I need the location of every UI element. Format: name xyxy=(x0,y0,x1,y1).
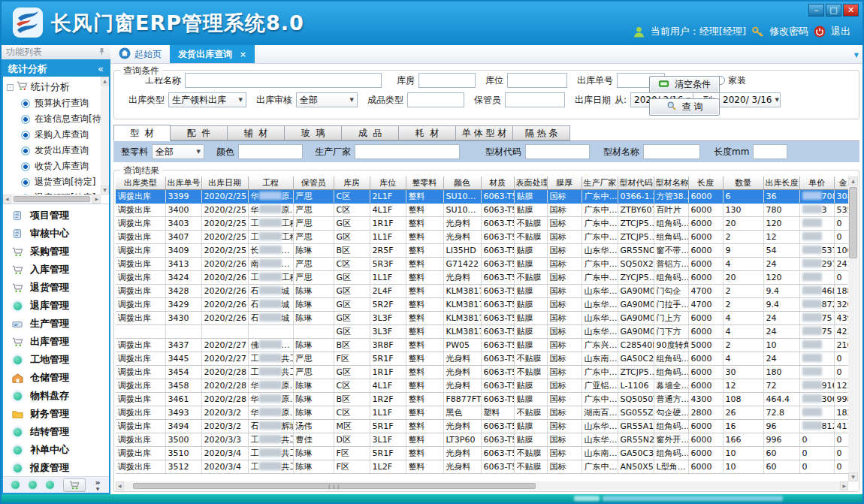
clear-conditions-button[interactable]: 清空条件 xyxy=(649,76,720,93)
column-header[interactable]: 出库长度 xyxy=(763,177,799,189)
tree-expander-icon[interactable]: - xyxy=(7,84,14,91)
material-tab[interactable]: 耗 材 xyxy=(399,125,456,140)
warehouse-input[interactable] xyxy=(418,73,476,88)
material-tab[interactable]: 型 材 xyxy=(113,125,171,141)
sidebar-item[interactable]: 财务管理 xyxy=(3,405,109,423)
material-tab[interactable]: 辅 材 xyxy=(228,125,285,140)
product-type-input[interactable] xyxy=(407,92,464,107)
circle-icon[interactable] xyxy=(46,481,54,489)
manufacturer-input[interactable] xyxy=(355,144,460,159)
keeper-input[interactable] xyxy=(505,92,565,107)
grid-horizontal-scrollbar[interactable]: ◀❙❙❙▶ xyxy=(116,481,848,490)
circle-icon[interactable] xyxy=(11,481,20,489)
material-tab[interactable]: 配 件 xyxy=(171,125,228,140)
cart-button[interactable] xyxy=(63,478,86,492)
table-row[interactable]: 调拨出库34942020/3/2石辉城汤伟M区5R1F整料光身料6063-T5贴… xyxy=(116,419,848,433)
material-tab[interactable]: 隔 热 条 xyxy=(513,125,570,140)
circle-icon[interactable] xyxy=(29,481,37,489)
table-row[interactable]: 调拨出库34612020/2/28华原…陈琳B区1R2F整料F8877FT606… xyxy=(116,392,848,406)
material-tab[interactable]: 成 品 xyxy=(342,125,399,140)
table-row[interactable]: 调拨出库34292020/2/26石城陈琳G区5R2F整料KLM38176063… xyxy=(116,297,848,311)
location-input[interactable] xyxy=(507,73,567,88)
search-button[interactable]: 查 询 xyxy=(649,98,720,116)
column-header[interactable]: 金 xyxy=(834,177,848,189)
length-input[interactable] xyxy=(753,144,787,159)
pin-icon[interactable] xyxy=(98,47,106,58)
table-row[interactable]: 调拨出库34302020/2/26石城陈琳G区3L3F整料KLM38176063… xyxy=(116,311,848,324)
collapse-icon[interactable]: « xyxy=(98,63,104,74)
column-header[interactable]: 出库单号 xyxy=(165,177,201,189)
column-header[interactable]: 保管员 xyxy=(293,177,334,189)
project-name-input[interactable] xyxy=(185,73,382,88)
table-row[interactable]: 调拨出库35122020/3/4工共工程陈琳F区1L2F整料光身料6063-T5… xyxy=(116,460,848,473)
table-row[interactable]: 调拨出库34542020/2/28工共工程严思G区1R1F整料光身料6063-T… xyxy=(116,365,848,379)
sidebar-item[interactable]: 仓储管理 xyxy=(3,369,109,387)
table-row[interactable]: G区3L3F整料KLM38176063-T5贴膜国标山东华…GA90M09…门下… xyxy=(116,324,848,338)
color-input[interactable] xyxy=(238,144,303,159)
column-header[interactable]: 生产厂家 xyxy=(582,177,618,189)
maximize-button[interactable]: □ xyxy=(826,4,841,17)
table-row[interactable]: 调拨出库34132020/2/26南…严思C区5R3F整料G714226063-… xyxy=(116,257,848,270)
tree-item[interactable]: 收货入库查询 xyxy=(3,158,101,174)
minimize-button[interactable]: – xyxy=(808,4,824,17)
column-header[interactable]: 型材名称 xyxy=(654,177,688,189)
tab-active[interactable]: 发货出库查询× xyxy=(170,45,255,63)
grid-vertical-scrollbar[interactable]: ▲▼ xyxy=(848,177,858,481)
close-icon[interactable]: × xyxy=(240,50,246,59)
table-row[interactable]: 调拨出库34932020/3/2华原…陈琳C区1L1F整料黑色塑料不贴膜国标湖南… xyxy=(116,406,848,419)
table-row[interactable]: 调拨出库34092020/2/25长…陈琳B区2R5F整料LI35HD6063-… xyxy=(116,243,848,257)
table-row[interactable]: 调拨出库34072020/2/25工工程严思G区1L1F整料光身料6063-T5… xyxy=(116,230,848,243)
whole-part-select[interactable]: 全部▼ xyxy=(152,144,204,159)
sidebar-item[interactable]: 审核中心 xyxy=(3,225,109,243)
tree-root[interactable]: - 统计分析 xyxy=(3,77,101,95)
change-password-link[interactable]: 修改密码 xyxy=(769,25,808,38)
table-row[interactable]: 调拨出库34372020/2/27佛…陈琳B区3R8F整料PW056063-T5… xyxy=(116,338,848,352)
scrollbar-thumb[interactable] xyxy=(14,196,91,202)
sidebar-item[interactable]: 入库管理 xyxy=(3,261,109,279)
table-row[interactable]: 调拨出库34032020/2/25工工程严思G区1R1F整料光身料6063-T5… xyxy=(116,216,848,230)
sidebar-group-header[interactable]: 统计分析 « xyxy=(3,61,109,77)
table-row[interactable]: 调拨出库35102020/3/4工共工程陈琳F区5R1F整料光身料6063-T5… xyxy=(116,446,848,460)
sidebar-item[interactable]: 项目管理 xyxy=(3,207,109,225)
sidebar-item[interactable]: 补单中心 xyxy=(3,441,109,459)
table-row[interactable]: 调拨出库34242020/2/26工工程严思G区1L1F整料光身料6063-T5… xyxy=(116,270,848,284)
sidebar-item[interactable]: 退库管理 xyxy=(3,297,109,315)
column-header[interactable]: 单价 xyxy=(799,177,834,189)
more-chevron-icon[interactable]: »▼ xyxy=(95,478,100,491)
column-header[interactable]: 颜色 xyxy=(443,177,481,189)
column-header[interactable]: 出库类型 xyxy=(116,177,165,189)
scrollbar-thumb[interactable]: ❙❙❙ xyxy=(133,483,536,489)
tab-overflow-icon[interactable]: ▼ xyxy=(854,52,859,59)
date-to-picker[interactable]: 2020/ 3/16▼ xyxy=(719,92,781,107)
column-header[interactable]: 工程 xyxy=(248,177,293,189)
column-header[interactable]: 膜厚 xyxy=(547,177,582,189)
sidebar-item[interactable]: 生产管理 xyxy=(3,315,109,333)
table-row[interactable]: 调拨出库34282020/2/26石城陈琳G区2L4F整料KLM38176063… xyxy=(116,284,848,297)
sidebar-item[interactable]: 结转管理 xyxy=(3,423,109,441)
column-header[interactable]: 长度 xyxy=(688,177,723,189)
profile-code-input[interactable] xyxy=(525,144,590,159)
table-row[interactable]: 调拨出库33992020/2/25华原…严思C区2L1F整料SU10…6063-… xyxy=(116,189,848,203)
tree-item[interactable]: 采购入库查询 xyxy=(3,127,101,143)
tree-item[interactable]: 退货查询[待定] xyxy=(3,174,101,190)
sidebar-item[interactable]: 物料盘存 xyxy=(3,387,109,405)
sidebar-item[interactable]: 采购管理 xyxy=(3,243,109,261)
material-tab[interactable]: 单 体 型 材 xyxy=(456,125,513,140)
profile-name-input[interactable] xyxy=(643,144,700,159)
sidebar-item[interactable]: 报废管理 xyxy=(3,459,109,476)
sidebar-item[interactable]: 退货管理 xyxy=(3,279,109,297)
sidebar-item[interactable]: 出库管理 xyxy=(3,333,109,351)
close-button[interactable]: ✕ xyxy=(843,4,859,17)
column-header[interactable]: 表面处理 xyxy=(514,177,547,189)
sidebar-item[interactable]: 工地管理 xyxy=(3,351,109,369)
tab-home[interactable]: 起始页 xyxy=(110,45,170,63)
material-tab[interactable]: 玻 璃 xyxy=(285,125,342,140)
tree-vertical-scrollbar[interactable]: ▲▼ xyxy=(101,77,109,195)
outbound-type-select[interactable]: 生产领料出库▼ xyxy=(168,92,246,107)
table-row[interactable]: 调拨出库34582020/2/28华原…陈琳C区4L1F整料光身料6063-T5… xyxy=(116,379,848,392)
column-header[interactable]: 出库日期 xyxy=(201,177,248,189)
scrollbar-thumb[interactable] xyxy=(849,187,857,258)
table-row[interactable]: 调拨出库34452020/2/27工共工程严思F区5R1F整料光身料6063-T… xyxy=(116,352,848,365)
logout-link[interactable]: 退出 xyxy=(831,25,850,38)
column-header[interactable]: 整零料 xyxy=(406,177,443,189)
